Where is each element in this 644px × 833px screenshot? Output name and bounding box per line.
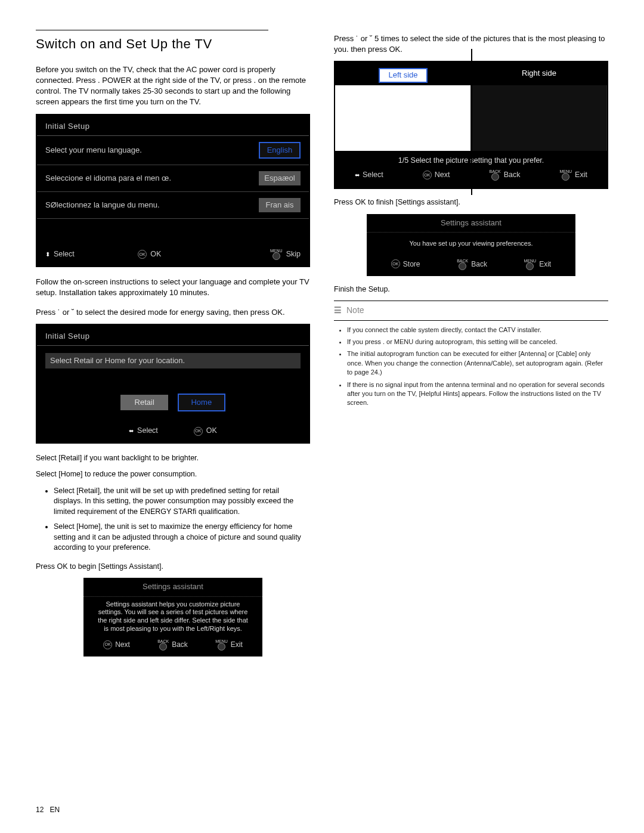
divider-line	[471, 49, 472, 195]
updown-icon: ⬍	[45, 250, 50, 259]
assistant-body: You have set up your viewing preferences…	[367, 233, 575, 255]
menu-icon	[526, 262, 534, 270]
lang-prompt-fr: SØlectionnez la langue du menu.	[45, 200, 160, 210]
ok-icon: OK	[103, 640, 112, 649]
note-item: If you connect the cable system directly…	[347, 326, 608, 335]
note-item: If there is no signal input from the ant…	[347, 380, 608, 408]
hint-ok: OK OK	[138, 249, 161, 260]
lang-option-espanol[interactable]: Espaæol	[259, 171, 301, 185]
lang-option-english[interactable]: English	[259, 142, 301, 159]
press-mode-text: Press ˙ or ˘ to select the desired mode …	[36, 307, 310, 318]
hint-back: BACK Back	[457, 259, 487, 270]
settings-assistant-intro-panel: Settings assistant Settings assistant he…	[83, 578, 262, 656]
note-item: The initial autoprogram function can be …	[347, 349, 608, 377]
page-number: 12	[36, 806, 44, 814]
hint-exit: MENU Exit	[215, 639, 243, 651]
panel-title: Initial Setup	[37, 325, 309, 346]
page-footer: 12 EN	[36, 805, 60, 815]
press-begin: Press OK to begin [Settings Assistant].	[36, 562, 310, 572]
ok-icon: OK	[423, 171, 432, 179]
hint-skip: MENU Skip	[270, 249, 301, 260]
menu-icon	[218, 643, 225, 651]
settings-assistant-done-panel: Settings assistant You have set up your …	[367, 214, 575, 276]
back-icon	[491, 173, 499, 181]
preview-right	[471, 85, 607, 151]
home-note: Select [Home] to reduce the power consum…	[36, 469, 310, 480]
lang-prompt-en: Select your menu language.	[45, 145, 142, 156]
back-icon	[159, 643, 167, 651]
bullet-retail: Select [Retail], the unit will be set up…	[54, 486, 310, 518]
hint-ok: OK OK	[194, 426, 217, 436]
preview-left	[335, 85, 471, 151]
page-lang: EN	[49, 806, 60, 814]
note-item: If you press . or MENU during autoprogra…	[347, 337, 608, 346]
hint-exit: MENU Exit	[559, 169, 587, 181]
finish-text: Finish the Setup.	[334, 284, 608, 295]
lang-prompt-es: Seleccione el idioma para el men œ.	[45, 173, 171, 184]
menu-icon	[562, 173, 569, 181]
left-column: Switch on and Set Up the TV Before you s…	[36, 30, 310, 665]
hint-select: ⬌Select	[355, 170, 383, 181]
hint-select: ⬍ Select	[45, 249, 75, 260]
ok-icon: OK	[138, 250, 147, 259]
leftright-icon: ⬌	[355, 171, 360, 179]
left-side-tab[interactable]: Left side	[335, 66, 471, 85]
note-heading: Note	[346, 305, 364, 317]
assistant-body: Settings assistant helps you customize p…	[83, 597, 262, 636]
right-column: Press ˙ or ˘ 5 times to select the side …	[334, 30, 608, 665]
hint-back: BACK Back	[490, 169, 521, 181]
ok-icon: OK	[391, 259, 400, 268]
assistant-title: Settings assistant	[367, 214, 575, 233]
hint-next: OKNext	[423, 170, 450, 181]
hint-next: OKNext	[103, 640, 130, 650]
initial-setup-location-panel: Initial Setup Select Retail or Home for …	[36, 324, 310, 444]
menu-icon	[273, 252, 280, 260]
leftright-icon: ⬌	[129, 427, 134, 435]
retail-note: Select [Retail] if you want backlight to…	[36, 453, 310, 464]
right-side-tab[interactable]: Right side	[471, 66, 607, 85]
panel-title: Initial Setup	[37, 115, 309, 136]
location-prompt: Select Retail or Home for your location.	[45, 353, 301, 368]
hint-select: ⬌ Select	[129, 426, 158, 436]
page-title: Switch on and Set Up the TV	[36, 35, 310, 54]
hint-store: OKStore	[391, 259, 420, 270]
note-icon: ☰	[334, 305, 342, 317]
hint-back: BACK Back	[157, 639, 188, 651]
rule	[36, 30, 268, 30]
assistant-title: Settings assistant	[83, 578, 262, 596]
hint-exit: MENU Exit	[524, 259, 552, 270]
bullet-home: Select [Home], the unit is set to maximi…	[54, 522, 310, 553]
home-button[interactable]: Home	[178, 394, 225, 411]
ok-icon: OK	[194, 427, 203, 436]
initial-setup-language-panel: Initial Setup Select your menu language.…	[36, 114, 310, 268]
back-icon	[459, 262, 466, 270]
intro-text: Before you switch on the TV, check that …	[36, 64, 310, 108]
retail-button[interactable]: Retail	[120, 395, 168, 410]
press-finish: Press OK to ﬁnish [Settings assistant].	[334, 197, 608, 208]
note-box: ☰ Note If you connect the cable system d…	[334, 301, 608, 408]
follow-text: Follow the on-screen instructions to sel…	[36, 277, 310, 298]
lang-option-francais[interactable]: Fran ais	[259, 198, 301, 212]
